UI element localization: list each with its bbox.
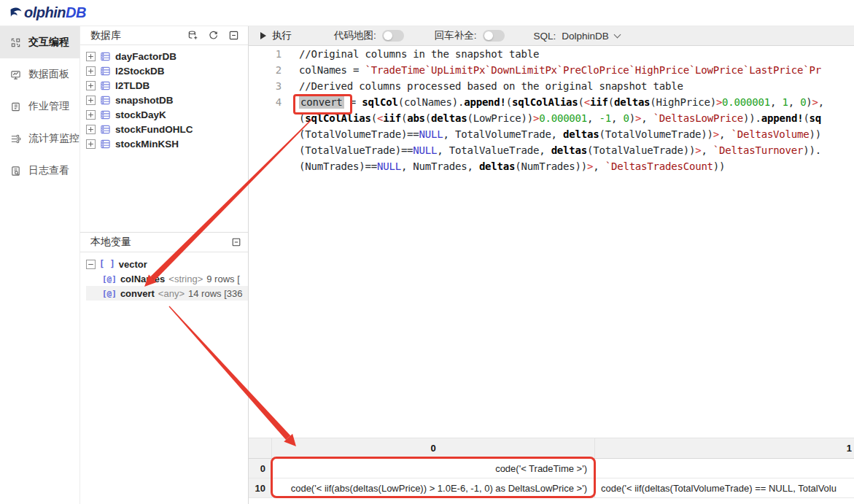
table-row[interactable]: 10code('< iif(abs(deltas(LowPrice)) > 1.… — [249, 478, 854, 498]
sql-label: SQL: — [534, 31, 556, 42]
database-icon — [100, 124, 111, 135]
table-header-row: 01 — [249, 438, 854, 459]
table-cell[interactable] — [595, 459, 853, 478]
table-cell[interactable]: code('< iif(deltas(TotalVolumeTrade) == … — [595, 478, 853, 497]
code-editor[interactable]: 1//Original columns in the snapshot tabl… — [249, 46, 854, 177]
code-text: //Derived columns processed based on the… — [282, 80, 683, 96]
code-line[interactable]: 3//Derived columns processed based on th… — [249, 80, 854, 96]
database-tree-item[interactable]: l2StockDB — [86, 63, 248, 78]
code-line[interactable]: 4convert = sqlCol(colNames).append!(sqlC… — [249, 96, 854, 112]
line-number: 1 — [249, 48, 282, 64]
sql-dialect-select[interactable]: SQL: DolphinDB — [534, 31, 620, 42]
database-tree-item[interactable]: stockMinKSH — [86, 136, 248, 151]
variable-item[interactable]: [@]convert<any> 14 rows [336 — [86, 286, 249, 301]
table-column-header[interactable]: 0 — [272, 438, 595, 458]
chevron-down-icon — [613, 31, 621, 38]
highlighted-token: convert — [299, 96, 344, 109]
variable-group[interactable]: [ ]vector — [86, 257, 249, 271]
code-text: (sqlColAlias(<iif(abs(deltas(LowPrice))>… — [282, 112, 821, 128]
row-index-cell: 0 — [249, 459, 272, 478]
sidebar-item[interactable]: 交互编程 — [0, 26, 79, 58]
database-icon — [100, 51, 111, 62]
code-line[interactable]: 1//Original columns in the snapshot tabl… — [249, 48, 854, 64]
variable-type: <string> — [168, 274, 203, 284]
code-text: (TotalValueTrade)==NULL, TotalValueTrade… — [282, 144, 821, 160]
expand-plus-icon[interactable] — [86, 96, 96, 105]
code-line[interactable]: (TotalVolumeTrade)==NULL, TotalVolumeTra… — [249, 128, 854, 144]
code-text: convert = sqlCol(colNames).append!(sqlCo… — [282, 96, 824, 112]
database-name: stockMinKSH — [115, 139, 179, 150]
database-name: stockFundOHLC — [115, 124, 193, 135]
table-corner-cell — [249, 438, 272, 458]
editor-toolbar: 执行 代码地图: 回车补全: SQL: DolphinDB — [249, 26, 854, 46]
run-button[interactable]: 执行 — [260, 29, 292, 42]
collapse-icon[interactable] — [228, 30, 239, 41]
expand-plus-icon[interactable] — [86, 66, 96, 76]
code-text: (NumTrades)==NULL, NumTrades, deltas(Num… — [282, 160, 725, 177]
local-variables-panel: 本地变量 [ ]vector[@]colNames<string> 9 rows… — [80, 232, 249, 301]
expand-plus-icon[interactable] — [86, 110, 96, 120]
enter-complete-label: 回车补全: — [435, 29, 477, 42]
database-tree-item[interactable]: stockDayK — [86, 107, 248, 122]
vector-bracket-icon: [ ] — [99, 259, 115, 269]
refresh-icon[interactable] — [208, 30, 219, 41]
database-icon — [100, 66, 111, 77]
expand-plus-icon[interactable] — [86, 81, 96, 90]
sidebar-item[interactable]: 日志查看 — [0, 155, 79, 187]
database-name: l2TLDB — [115, 80, 150, 91]
table-cell[interactable]: code('< iif(abs(deltas(LowPrice)) > 1.0E… — [272, 478, 595, 497]
database-tree-item[interactable]: dayFactorDB — [86, 49, 248, 63]
expand-minus-icon[interactable] — [86, 260, 96, 269]
database-name: stockDayK — [115, 109, 166, 120]
code-map-toggle[interactable] — [382, 30, 404, 42]
sidebar-item-label: 日志查看 — [28, 164, 69, 177]
database-tree: dayFactorDBl2StockDBl2TLDBsnapshotDBstoc… — [80, 45, 248, 151]
line-number: 2 — [249, 64, 282, 80]
variable-badge-icon: [@] — [102, 274, 117, 284]
table-column-header[interactable]: 1 — [595, 438, 853, 458]
variable-detail: 14 rows [336 — [188, 288, 242, 299]
run-label: 执行 — [272, 29, 292, 42]
sidebar-item-label: 交互编程 — [28, 36, 69, 49]
sidebar-item[interactable]: 流计算监控 — [0, 123, 79, 155]
editor-area: 执行 代码地图: 回车补全: SQL: DolphinDB 1//Origina… — [249, 26, 854, 504]
database-icon — [100, 109, 111, 120]
sidebar-item-label: 数据面板 — [28, 68, 69, 81]
database-tree-item[interactable]: l2TLDB — [86, 78, 248, 93]
sidebar-item[interactable]: 数据面板 — [0, 58, 79, 90]
add-database-icon[interactable] — [187, 30, 198, 41]
code-line[interactable]: (NumTrades)==NULL, NumTrades, deltas(Num… — [249, 160, 854, 177]
results-table: 010code('< TradeTime >')10code('< iif(ab… — [249, 438, 854, 498]
code-line[interactable]: (TotalValueTrade)==NULL, TotalValueTrade… — [249, 144, 854, 160]
database-icon — [100, 95, 111, 106]
line-number: 4 — [249, 96, 282, 112]
expand-plus-icon[interactable] — [86, 52, 96, 61]
database-panel-title: 数据库 — [90, 29, 121, 42]
expand-plus-icon[interactable] — [86, 125, 96, 134]
collapse-icon[interactable] — [231, 237, 241, 247]
expand-plus-icon[interactable] — [86, 139, 96, 149]
code-text: (TotalVolumeTrade)==NULL, TotalVolumeTra… — [282, 128, 821, 144]
table-row[interactable]: 0code('< TradeTime >') — [249, 459, 854, 478]
variables-panel-title: 本地变量 — [90, 236, 131, 249]
table-cell[interactable]: code('< TradeTime >') — [272, 459, 595, 478]
sidebar-item-label: 流计算监控 — [28, 132, 79, 145]
database-tree-item[interactable]: stockFundOHLC — [86, 122, 248, 136]
code-line[interactable]: 2colNames = `TradeTime`UpLimitPx`DownLim… — [249, 64, 854, 80]
dolphin-logo-icon — [9, 6, 23, 20]
variable-detail: 9 rows [ — [206, 274, 240, 284]
code-line[interactable]: (sqlColAlias(<iif(abs(deltas(LowPrice))>… — [249, 112, 854, 128]
line-number — [249, 144, 282, 160]
dolphindb-logo[interactable]: olphinDB — [9, 4, 86, 21]
code-text: //Original columns in the snapshot table — [282, 48, 539, 64]
database-tree-item[interactable]: snapshotDB — [86, 93, 248, 107]
variable-item[interactable]: [@]colNames<string> 9 rows [ — [86, 271, 249, 286]
log-view-icon — [10, 165, 22, 177]
variable-name: colNames — [120, 274, 165, 284]
database-name: dayFactorDB — [115, 51, 176, 62]
database-icon — [100, 80, 111, 91]
code-text: colNames = `TradeTime`UpLimitPx`DownLimi… — [282, 64, 821, 80]
sidebar-item[interactable]: 作业管理 — [0, 90, 79, 123]
variable-name: convert — [120, 288, 155, 299]
enter-complete-toggle[interactable] — [483, 30, 505, 42]
